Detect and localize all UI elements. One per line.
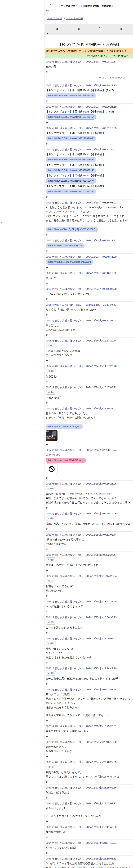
link-pill[interactable]: https://rio2016.5ch..../twwatch/17127432… [46,115,96,120]
link-pill[interactable]: https://rio2016.5ch..../twwatch/17102385… [46,189,96,194]
reply-icon[interactable]: ↩ [46,266,48,269]
post-number: 0022 [46,575,51,578]
prev-page-icon[interactable]: ◀ [77,27,80,31]
reply-row: ↩ [46,401,133,404]
link-pill[interactable]: https://rio2016.5ch..../twwatch/17122641… [46,136,96,141]
back-arrow-icon[interactable]: ← [49,2,53,6]
reply-icon[interactable]: ↩ [46,851,48,855]
melon-banner[interactable]: □□ □メロンポイント、ついに復活!□ [45,54,133,59]
reply-icon[interactable]: ↩ [46,610,48,613]
reply-icon[interactable]: ↩ [46,359,48,362]
reply-icon[interactable]: ↩ [46,682,48,686]
reply-icon[interactable]: ↩ [46,70,48,73]
reply-icon[interactable]: ↩ [46,796,48,799]
first-page-icon[interactable]: |◀ [55,27,58,31]
reply-icon[interactable]: ↩ [46,661,48,664]
post-date: 2024/12/23(月) 03:39:19.32 [86,239,117,242]
post-number: 0021 [46,553,51,556]
post-item: 0011 名無しさん@お腹いっぱい。 2024/12/23(月) 21:37:0… [45,302,133,317]
comment-post-bar[interactable]: コメントを投稿する✏ [45,74,133,82]
quote-anchor-link[interactable]: >>21 [46,579,56,583]
reply-icon[interactable]: ↩ [46,313,48,316]
link-pill[interactable]: https://line.me/ti/g...QySPfy5ljLVIzWUCU… [46,227,98,232]
blocked-image-placeholder[interactable] [46,463,57,475]
post-author: 名無しさん@お腹いっぱい。 [52,667,85,670]
reply-icon[interactable]: ↩ [46,142,48,146]
link-pill[interactable]: https://youtu.be/Z5oOlJwJQwU [46,424,83,429]
reply-icon[interactable]: ↩ [46,476,48,479]
reply-icon[interactable]: ↩ [46,755,48,758]
reply-icon[interactable]: ↩ [46,401,48,404]
post-header: 0012 名無しさん@お腹いっぱい。 2024/12/24(火) 09:17:5… [46,319,133,322]
post-header: 0030 名無しさん@お腹いっぱい。 2024/12/27(金) 22:48:2… [46,761,133,764]
link-pill[interactable]: https://rio2016.5ch..../twwatch/17013424… [46,157,96,162]
reply-icon[interactable]: ↩ [46,121,48,124]
quote-anchor-link[interactable]: >>12 [46,343,56,348]
reply-icon[interactable]: ↩ [46,380,48,383]
reply-icon[interactable]: ↩ [46,594,48,597]
quote-anchor-link[interactable]: >>16 [46,516,56,521]
post-author: 名無しさん@お腹いっぱい。 [52,786,85,789]
quote-anchor-link[interactable]: >>29 [46,765,56,769]
quote-anchor-link[interactable]: >>13 [46,369,56,373]
post-text-line: 【キングオブゴッド】本田裕典 Part5【令和の虎】 [46,131,133,135]
breadcrumb-current-link[interactable]: ツイッター観察 [66,17,83,20]
post-text-line: 居なくてもオレ勝てますから、ジャバキング踊れば一発ですよ [46,774,133,779]
post-date: 2024/12/27(金) 22:16:18.50 [86,741,117,743]
quote-anchor-link[interactable]: >>19 [46,557,56,562]
quote-anchor-link[interactable]: >>23 [46,620,56,625]
next-page-icon[interactable]: ▶ [121,27,123,31]
reply-icon[interactable]: ↩ [46,298,48,301]
link-pill[interactable]: https://rio2016.5ch..../twwatch/17228359… [46,93,96,98]
reply-icon[interactable]: ↩ [46,333,48,337]
post-date: 2024/12/25(水) 13:51:38.55 [86,600,117,603]
quote-anchor-link[interactable]: >>16 [46,641,56,646]
reply-icon[interactable]: ↩ [46,735,48,738]
post-item: 0027 名無しさん@お腹いっぱい。 2024/12/26(木) 01:21:5… [45,686,133,723]
link-pill[interactable]: https://youtube.com/@yusukehonda1234 [46,259,93,265]
reply-icon[interactable]: ↩ [46,780,48,784]
post-date: 2024/12/23(月) 03:32:34.57 [86,148,117,151]
link-pill[interactable]: https://rio2016.5ch..../twwatch/17029498… [46,168,96,173]
post-text-line: 裁判編が始まったぞ [46,830,133,834]
reply-icon[interactable]: ↩ [46,99,48,103]
link-pill[interactable]: https://rio2016.5ch..../twwatch/17062683… [46,178,96,184]
post-date: 2024/12/24(火) 12:53:22.74 [86,339,117,342]
current-page-number: 1 [99,26,101,31]
quote-anchor-link[interactable]: >>16 [46,671,56,676]
reply-icon[interactable]: ↩ [46,506,48,509]
reply-icon[interactable]: ↩ [46,631,48,634]
breadcrumb-home-link[interactable]: トップページ [47,17,62,20]
reply-icon[interactable]: ↩ [46,527,48,531]
post-author: 名無しさん@お腹いっぱい。 [52,365,85,368]
reply-icon[interactable]: ↩ [46,569,48,572]
reply-icon[interactable]: ↩ [46,233,48,237]
post-header: 0019 名無しさん@お腹いっぱい。 2024/12/25(水) 05:20:1… [46,512,133,515]
quote-anchor-link[interactable]: >>16 [46,486,56,491]
reply-icon[interactable]: ↩ [46,195,48,198]
reply-icon[interactable]: ↩ [46,836,48,839]
post-text-line: 弁護士も連休入るで [46,745,133,749]
reply-icon[interactable]: ↩ [46,820,48,823]
post-item: 0032 名無しさん@お腹いっぱい。 2024/12/28(土) 17:57:0… [45,800,133,824]
thread-page: ✕ ← 【キングオブゴッド】本田裕典 Part8【令和の虎】 ツイッタ... ト… [0,0,133,868]
reply-icon[interactable]: ↩ [46,719,48,722]
post-date: 2024/12/28(土) 17:57:01.92 [86,802,117,805]
reply-icon[interactable]: ↩ [46,249,48,253]
link-row: https://i.imgur.com/bWNbCjE.jpeg [46,458,133,462]
post-author: 名無しさん@お腹いっぱい。 [52,272,85,275]
youtube-thumbnail[interactable]: 緊急KING本田登場の訳とは? [46,430,57,441]
reply-icon[interactable]: ↩ [46,443,48,446]
close-icon[interactable]: ✕ [46,32,49,36]
post-text-line: 有終の美 [46,64,133,69]
thread-title: 【キングオブゴッド】本田裕典 Part8【令和の虎】 [58,43,133,46]
link-pill[interactable]: https://i.imgur.com/bWNbCjE.jpeg [46,458,86,463]
uplift-banner[interactable]: UPLIFTで広告なしで体験しましょう!快適な閲覧ライフをお約束しま [45,49,133,54]
close-icon[interactable]: ✕ [1,221,3,224]
reply-icon[interactable]: ↩ [46,548,48,551]
post-item: 0012 名無しさん@お腹いっぱい。 2024/12/24(火) 09:17:5… [45,317,133,338]
quote-anchor-link[interactable]: >>14 [46,390,56,395]
reply-icon[interactable]: ↩ [46,282,48,285]
post-number: 0035 [46,857,51,860]
link-pill[interactable]: https://x.com/YusukeHonda1234 [46,243,85,248]
